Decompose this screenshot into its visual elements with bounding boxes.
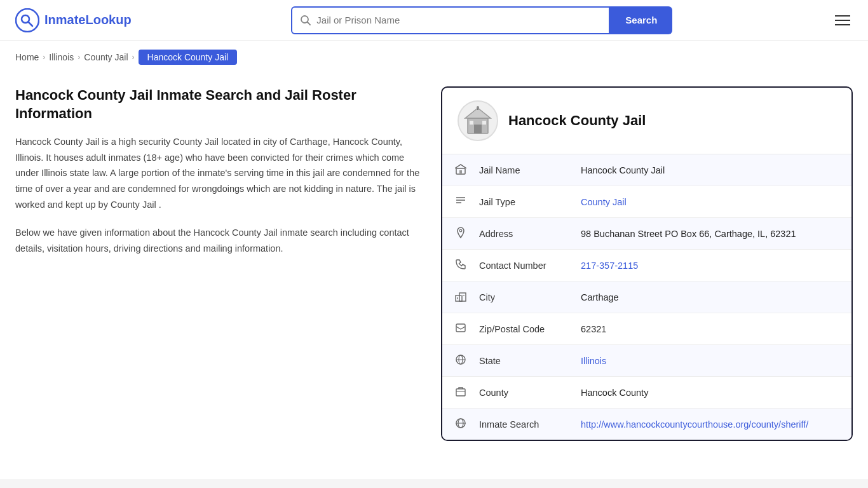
svg-rect-23 [456, 324, 465, 332]
table-row: State Illinois [442, 345, 851, 377]
row-label: Address [466, 218, 568, 250]
row-label: Jail Type [466, 186, 568, 218]
table-row: Zip/Postal Code 62321 [442, 313, 851, 345]
svg-point-0 [16, 9, 39, 32]
breadcrumb-home[interactable]: Home [15, 52, 39, 62]
row-icon-cell [442, 313, 466, 345]
logo-text: InmateLookup [44, 13, 132, 27]
search-icon [300, 15, 311, 26]
row-value: 62321 [568, 313, 851, 345]
row-value: 98 Buchanan Street PO Box 66, Carthage, … [568, 218, 851, 250]
info-card: Hancock County Jail Jail Name Hancock Co… [441, 86, 853, 441]
value-link[interactable]: 217-357-2115 [581, 261, 638, 271]
breadcrumb-chevron-1: › [43, 53, 45, 62]
row-icon-cell [442, 154, 466, 186]
table-row: Inmate Search http://www.hancockcountyco… [442, 409, 851, 440]
row-value[interactable]: County Jail [568, 186, 851, 218]
search-wrapper [291, 6, 610, 34]
description-2: Below we have given information about th… [15, 225, 422, 256]
main-content: Hancock County Jail Inmate Search and Ja… [0, 74, 868, 466]
search-button[interactable]: Search [610, 6, 672, 34]
svg-rect-13 [459, 170, 462, 174]
breadcrumb-chevron-2: › [78, 53, 80, 62]
description-1: Hancock County Jail is a high security C… [15, 134, 422, 212]
table-row: Jail Type County Jail [442, 186, 851, 218]
footer-bar [0, 479, 868, 488]
row-label: Jail Name [466, 154, 568, 186]
value-link[interactable]: County Jail [581, 197, 627, 207]
breadcrumb-county-jail[interactable]: County Jail [84, 52, 128, 62]
building-icon [463, 105, 493, 136]
jail-avatar [458, 100, 498, 141]
breadcrumb-chevron-3: › [132, 53, 135, 62]
logo-icon [15, 8, 39, 32]
value-link[interactable]: http://www.hancockcountycourthouse.org/c… [581, 419, 808, 430]
card-header: Hancock County Jail [442, 88, 851, 154]
row-value[interactable]: http://www.hancockcountycourthouse.org/c… [568, 409, 851, 440]
row-icon-cell [442, 345, 466, 377]
header: InmateLookup Search [0, 0, 868, 41]
svg-rect-9 [482, 121, 486, 125]
svg-rect-21 [461, 295, 462, 296]
svg-rect-27 [456, 389, 465, 396]
svg-rect-19 [459, 293, 466, 301]
hamburger-line-1 [835, 15, 850, 17]
svg-point-11 [477, 106, 479, 109]
table-row: County Hancock County [442, 377, 851, 409]
row-value[interactable]: 217-357-2115 [568, 250, 851, 281]
row-value: Hancock County [568, 377, 851, 409]
search-area: Search [291, 6, 672, 34]
svg-rect-8 [470, 121, 473, 125]
breadcrumb: Home › Illinois › County Jail › Hancock … [0, 41, 868, 74]
page-title: Hancock County Jail Inmate Search and Ja… [15, 86, 422, 123]
table-row: Address 98 Buchanan Street PO Box 66, Ca… [442, 218, 851, 250]
hamburger-menu-button[interactable] [832, 13, 853, 28]
svg-line-4 [308, 22, 311, 25]
table-row: City Carthage [442, 281, 851, 313]
table-row: Jail Name Hancock County Jail [442, 154, 851, 186]
row-icon-cell [442, 409, 466, 440]
row-label: State [466, 345, 568, 377]
svg-line-2 [29, 22, 33, 26]
row-label: Zip/Postal Code [466, 313, 568, 345]
svg-point-17 [459, 229, 462, 232]
hamburger-line-3 [835, 24, 850, 25]
row-label: County [466, 377, 568, 409]
info-table: Jail Name Hancock County Jail Jail Type … [442, 154, 851, 440]
row-label: Inmate Search [466, 409, 568, 440]
row-icon-cell [442, 218, 466, 250]
breadcrumb-illinois[interactable]: Illinois [49, 52, 74, 62]
search-input[interactable] [316, 15, 601, 25]
table-row: Contact Number 217-357-2115 [442, 250, 851, 281]
row-icon-cell [442, 186, 466, 218]
svg-rect-20 [457, 297, 458, 299]
svg-rect-18 [456, 295, 462, 301]
logo[interactable]: InmateLookup [15, 8, 132, 32]
left-panel: Hancock County Jail Inmate Search and Ja… [15, 86, 422, 257]
row-value[interactable]: Illinois [568, 345, 851, 377]
value-link[interactable]: Illinois [581, 356, 606, 366]
row-icon-cell [442, 281, 466, 313]
row-value: Hancock County Jail [568, 154, 851, 186]
row-value: Carthage [568, 281, 851, 313]
row-label: Contact Number [466, 250, 568, 281]
row-icon-cell [442, 377, 466, 409]
breadcrumb-current: Hancock County Jail [139, 50, 238, 65]
jail-card-title: Hancock County Jail [508, 112, 646, 129]
svg-rect-7 [474, 125, 482, 133]
svg-rect-22 [463, 295, 465, 296]
hamburger-line-2 [835, 20, 850, 21]
row-icon-cell [442, 250, 466, 281]
row-label: City [466, 281, 568, 313]
